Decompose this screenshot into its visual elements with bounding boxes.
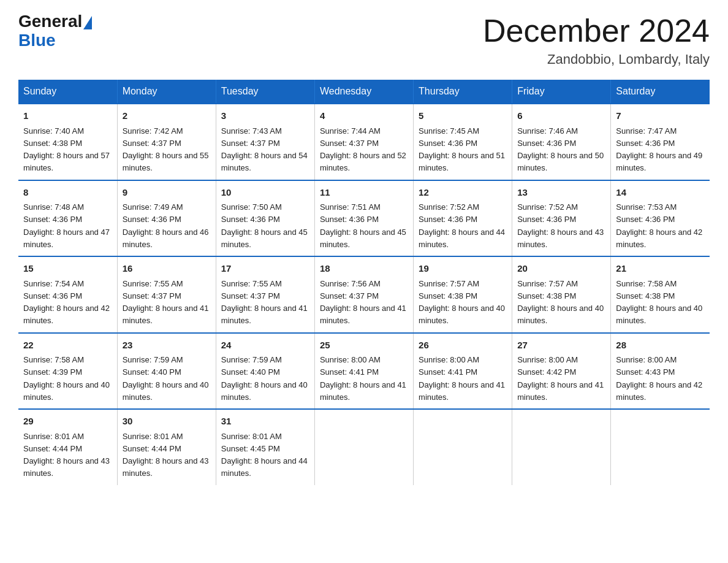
calendar-header-wednesday: Wednesday xyxy=(314,80,413,104)
day-number: 13 xyxy=(517,186,605,200)
logo-general-text: General xyxy=(18,12,82,31)
calendar-cell: 26Sunrise: 8:00 AMSunset: 4:41 PMDayligh… xyxy=(414,333,512,410)
day-number: 19 xyxy=(419,262,507,276)
calendar-cell: 2Sunrise: 7:42 AMSunset: 4:37 PMDaylight… xyxy=(117,104,216,180)
calendar-week-row: 29Sunrise: 8:01 AMSunset: 4:44 PMDayligh… xyxy=(18,409,710,485)
day-info: Sunrise: 7:40 AMSunset: 4:38 PMDaylight:… xyxy=(23,126,110,173)
day-info: Sunrise: 7:59 AMSunset: 4:40 PMDaylight:… xyxy=(221,355,308,402)
title-section: December 2024 Zandobbio, Lombardy, Italy xyxy=(483,12,710,67)
day-number: 26 xyxy=(419,339,507,353)
calendar-cell xyxy=(414,409,512,485)
calendar-cell: 17Sunrise: 7:55 AMSunset: 4:37 PMDayligh… xyxy=(216,256,314,333)
day-info: Sunrise: 8:00 AMSunset: 4:41 PMDaylight:… xyxy=(419,355,505,402)
calendar-cell: 3Sunrise: 7:43 AMSunset: 4:37 PMDaylight… xyxy=(216,104,314,180)
calendar-cell xyxy=(314,409,413,485)
calendar-cell: 21Sunrise: 7:58 AMSunset: 4:38 PMDayligh… xyxy=(611,256,710,333)
calendar-cell: 13Sunrise: 7:52 AMSunset: 4:36 PMDayligh… xyxy=(512,180,611,257)
day-info: Sunrise: 7:48 AMSunset: 4:36 PMDaylight:… xyxy=(23,202,110,249)
day-number: 8 xyxy=(23,186,112,200)
calendar-cell: 16Sunrise: 7:55 AMSunset: 4:37 PMDayligh… xyxy=(117,256,216,333)
day-info: Sunrise: 7:51 AMSunset: 4:36 PMDaylight:… xyxy=(320,202,406,249)
day-info: Sunrise: 7:44 AMSunset: 4:37 PMDaylight:… xyxy=(320,126,406,173)
calendar-cell: 14Sunrise: 7:53 AMSunset: 4:36 PMDayligh… xyxy=(611,180,710,257)
day-info: Sunrise: 7:54 AMSunset: 4:36 PMDaylight:… xyxy=(23,279,110,326)
day-info: Sunrise: 7:46 AMSunset: 4:36 PMDaylight:… xyxy=(517,126,604,173)
day-number: 5 xyxy=(419,109,507,123)
day-number: 22 xyxy=(23,339,112,353)
calendar-week-row: 22Sunrise: 7:58 AMSunset: 4:39 PMDayligh… xyxy=(18,333,710,410)
day-number: 23 xyxy=(123,339,211,353)
day-info: Sunrise: 7:52 AMSunset: 4:36 PMDaylight:… xyxy=(517,202,604,249)
calendar-header-sunday: Sunday xyxy=(18,80,117,104)
location-title: Zandobbio, Lombardy, Italy xyxy=(483,52,710,67)
calendar-cell: 4Sunrise: 7:44 AMSunset: 4:37 PMDaylight… xyxy=(314,104,413,180)
day-info: Sunrise: 8:01 AMSunset: 4:44 PMDaylight:… xyxy=(23,432,110,478)
calendar-cell xyxy=(512,409,611,485)
day-number: 9 xyxy=(123,186,211,200)
day-number: 29 xyxy=(23,415,112,429)
logo-triangle-icon xyxy=(83,16,92,29)
calendar-week-row: 8Sunrise: 7:48 AMSunset: 4:36 PMDaylight… xyxy=(18,180,710,257)
day-number: 12 xyxy=(419,186,507,200)
day-number: 3 xyxy=(221,109,309,123)
day-number: 16 xyxy=(123,262,211,276)
calendar-cell: 1Sunrise: 7:40 AMSunset: 4:38 PMDaylight… xyxy=(18,104,117,180)
day-info: Sunrise: 8:00 AMSunset: 4:42 PMDaylight:… xyxy=(517,355,604,402)
calendar-header-tuesday: Tuesday xyxy=(216,80,314,104)
calendar-cell xyxy=(611,409,710,485)
calendar-cell: 11Sunrise: 7:51 AMSunset: 4:36 PMDayligh… xyxy=(314,180,413,257)
day-number: 2 xyxy=(123,109,211,123)
calendar-cell: 31Sunrise: 8:01 AMSunset: 4:45 PMDayligh… xyxy=(216,409,314,485)
day-info: Sunrise: 7:45 AMSunset: 4:36 PMDaylight:… xyxy=(419,126,505,173)
day-number: 18 xyxy=(320,262,408,276)
day-number: 31 xyxy=(221,415,309,429)
day-info: Sunrise: 7:55 AMSunset: 4:37 PMDaylight:… xyxy=(221,279,308,326)
calendar-cell: 30Sunrise: 8:01 AMSunset: 4:44 PMDayligh… xyxy=(117,409,216,485)
day-info: Sunrise: 7:58 AMSunset: 4:38 PMDaylight:… xyxy=(616,279,702,326)
day-number: 7 xyxy=(616,109,705,123)
calendar-header-monday: Monday xyxy=(117,80,216,104)
calendar-cell: 19Sunrise: 7:57 AMSunset: 4:38 PMDayligh… xyxy=(414,256,512,333)
day-info: Sunrise: 7:42 AMSunset: 4:37 PMDaylight:… xyxy=(123,126,209,173)
calendar-week-row: 1Sunrise: 7:40 AMSunset: 4:38 PMDaylight… xyxy=(18,104,710,180)
day-number: 6 xyxy=(517,109,605,123)
calendar-cell: 29Sunrise: 8:01 AMSunset: 4:44 PMDayligh… xyxy=(18,409,117,485)
day-info: Sunrise: 7:58 AMSunset: 4:39 PMDaylight:… xyxy=(23,355,110,402)
calendar-cell: 24Sunrise: 7:59 AMSunset: 4:40 PMDayligh… xyxy=(216,333,314,410)
calendar-table: SundayMondayTuesdayWednesdayThursdayFrid… xyxy=(18,80,710,485)
day-info: Sunrise: 7:57 AMSunset: 4:38 PMDaylight:… xyxy=(517,279,604,326)
day-info: Sunrise: 7:50 AMSunset: 4:36 PMDaylight:… xyxy=(221,202,308,249)
day-number: 10 xyxy=(221,186,309,200)
calendar-cell: 25Sunrise: 8:00 AMSunset: 4:41 PMDayligh… xyxy=(314,333,413,410)
day-number: 28 xyxy=(616,339,705,353)
day-info: Sunrise: 8:01 AMSunset: 4:45 PMDaylight:… xyxy=(221,432,308,478)
day-info: Sunrise: 8:00 AMSunset: 4:41 PMDaylight:… xyxy=(320,355,406,402)
calendar-cell: 6Sunrise: 7:46 AMSunset: 4:36 PMDaylight… xyxy=(512,104,611,180)
calendar-header-row: SundayMondayTuesdayWednesdayThursdayFrid… xyxy=(18,80,710,104)
calendar-cell: 9Sunrise: 7:49 AMSunset: 4:36 PMDaylight… xyxy=(117,180,216,257)
day-info: Sunrise: 7:55 AMSunset: 4:37 PMDaylight:… xyxy=(123,279,209,326)
day-info: Sunrise: 7:52 AMSunset: 4:36 PMDaylight:… xyxy=(419,202,505,249)
calendar-cell: 28Sunrise: 8:00 AMSunset: 4:43 PMDayligh… xyxy=(611,333,710,410)
calendar-cell: 18Sunrise: 7:56 AMSunset: 4:37 PMDayligh… xyxy=(314,256,413,333)
calendar-cell: 23Sunrise: 7:59 AMSunset: 4:40 PMDayligh… xyxy=(117,333,216,410)
day-number: 24 xyxy=(221,339,309,353)
day-info: Sunrise: 8:01 AMSunset: 4:44 PMDaylight:… xyxy=(123,432,209,478)
day-info: Sunrise: 7:53 AMSunset: 4:36 PMDaylight:… xyxy=(616,202,702,249)
calendar-cell: 5Sunrise: 7:45 AMSunset: 4:36 PMDaylight… xyxy=(414,104,512,180)
calendar-cell: 7Sunrise: 7:47 AMSunset: 4:36 PMDaylight… xyxy=(611,104,710,180)
calendar-cell: 12Sunrise: 7:52 AMSunset: 4:36 PMDayligh… xyxy=(414,180,512,257)
calendar-header-thursday: Thursday xyxy=(414,80,512,104)
day-info: Sunrise: 7:59 AMSunset: 4:40 PMDaylight:… xyxy=(123,355,209,402)
day-info: Sunrise: 8:00 AMSunset: 4:43 PMDaylight:… xyxy=(616,355,702,402)
day-info: Sunrise: 7:56 AMSunset: 4:37 PMDaylight:… xyxy=(320,279,406,326)
calendar-cell: 27Sunrise: 8:00 AMSunset: 4:42 PMDayligh… xyxy=(512,333,611,410)
calendar-cell: 8Sunrise: 7:48 AMSunset: 4:36 PMDaylight… xyxy=(18,180,117,257)
day-info: Sunrise: 7:49 AMSunset: 4:36 PMDaylight:… xyxy=(123,202,209,249)
page-header: General Blue December 2024 Zandobbio, Lo… xyxy=(18,12,710,67)
logo: General Blue xyxy=(18,12,92,50)
calendar-cell: 20Sunrise: 7:57 AMSunset: 4:38 PMDayligh… xyxy=(512,256,611,333)
day-info: Sunrise: 7:43 AMSunset: 4:37 PMDaylight:… xyxy=(221,126,308,173)
day-info: Sunrise: 7:47 AMSunset: 4:36 PMDaylight:… xyxy=(616,126,702,173)
day-number: 27 xyxy=(517,339,605,353)
